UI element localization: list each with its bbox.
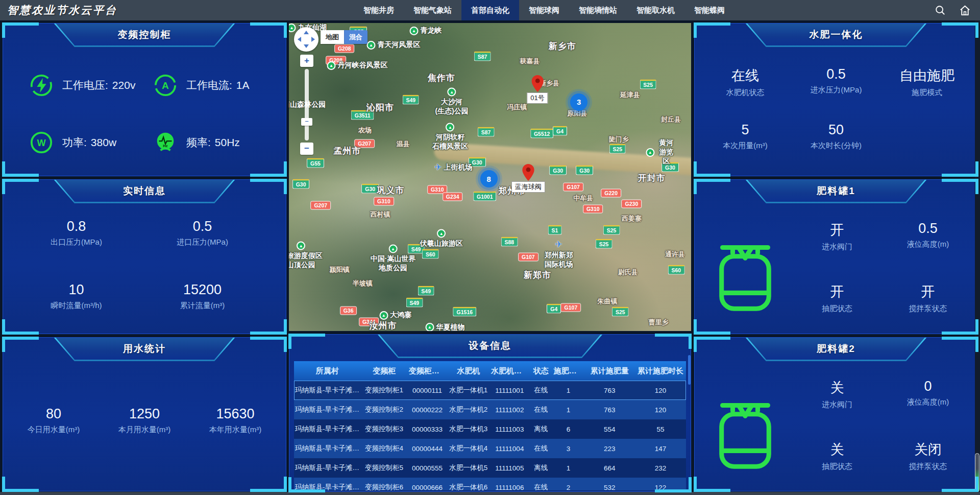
table-cell: 00000111 — [408, 387, 447, 394]
metric-value: 380w — [91, 136, 116, 148]
tank1-stats: 开 进水阀门 0.5 液位高度(m) 开 抽肥状态 开 搅拌泵状态 — [792, 217, 973, 315]
town-label: 西村镇 — [370, 210, 390, 219]
table-row[interactable]: 玛纳斯县-旱卡子滩乡-东岸...变频控制柜300000333水肥一体机31111… — [294, 419, 686, 439]
table-header-row: 所属村变频柜变频柜地址水肥机水肥机地址状态施肥轮次累计施肥量累计施肥时长 — [294, 361, 686, 381]
city-label: 汝州市 — [369, 320, 397, 331]
panel-title: 变频控制柜 — [3, 23, 286, 46]
table-row[interactable]: 玛纳斯县-旱卡子滩乡-东岸...变频控制柜100000111水肥一体机11111… — [294, 381, 686, 400]
town-label: 尉氏县 — [618, 268, 638, 277]
table-cell: 在线 — [529, 386, 553, 395]
road-badge: G30 — [361, 183, 379, 193]
mixed-layer-button[interactable]: 混合 — [344, 30, 368, 44]
nav-item[interactable]: 智能井房 — [354, 0, 404, 20]
scenic-poi: ▲河阴软籽 石榴风景区 — [432, 123, 468, 151]
metric-value: 50Hz — [215, 136, 240, 148]
device-pin-marker[interactable]: 01号 — [527, 75, 548, 104]
table-cell: 11111002 — [490, 406, 529, 414]
table-cell: 在线 — [529, 444, 553, 453]
tree-poi-icon: ▲ — [289, 23, 296, 32]
table-cell: 玛纳斯县-旱卡子滩乡-东岸... — [294, 405, 361, 414]
road-badge: G220 — [601, 188, 621, 197]
road-badge: G55 — [307, 158, 324, 168]
table-row[interactable]: 玛纳斯县-旱卡子滩乡-东岸...变频控制柜400000444水肥一体机41111… — [294, 439, 686, 458]
stat-inlet-valve: 开 进水阀门 — [792, 221, 883, 253]
nav-item[interactable]: 智能墒情站 — [569, 0, 627, 20]
zoom-in-button[interactable]: + — [300, 55, 313, 67]
table-cell: 223 — [584, 445, 635, 453]
column-header: 施肥轮次 — [553, 366, 584, 376]
city-label: 孟州市 — [333, 145, 361, 157]
scenic-poi: ▲黄河游览区 — [646, 138, 676, 166]
realtime-stats: 0.8 出口压力(MPa) 0.5 进口压力(MPa) 10 瞬时流量(m³/h… — [3, 203, 286, 311]
stat-fertilize-mode: 自由施肥 施肥模式 — [881, 66, 972, 98]
stat-total-flow: 15200 累计流量(m³) — [139, 282, 265, 311]
map-layer-button[interactable]: 地图 — [321, 30, 344, 44]
town-label: 封丘县 — [661, 115, 681, 124]
town-label: 颍阳镇 — [330, 265, 350, 274]
device-cluster-marker[interactable]: 3 — [570, 93, 587, 111]
zoom-slider-track[interactable]: − — [305, 69, 309, 140]
scenic-poi: ▲山旅游度假区 山顶公园 — [289, 242, 323, 270]
city-label: 新乡市 — [549, 40, 576, 52]
tree-poi-icon: ▲ — [448, 87, 456, 96]
town-label: 西姜寨 — [622, 214, 642, 223]
panel-title: 设备信息 — [289, 335, 691, 357]
nav-item[interactable]: 智能取水机 — [627, 0, 684, 20]
road-badge: S25 — [603, 225, 620, 235]
device-pin-marker[interactable]: 蓝海球阀 — [511, 164, 545, 193]
table-cell: 变频控制柜5 — [361, 463, 408, 473]
zoom-out-button[interactable]: − — [300, 143, 313, 155]
table-cell: 1 — [553, 464, 584, 472]
metric-label: 功率: — [62, 136, 87, 148]
zoom-slider-thumb[interactable]: − — [301, 118, 312, 126]
table-cell: 532 — [584, 484, 635, 491]
tank2-stats: 关 进水阀门 0 液位高度(m) 关 抽肥状态 关闭 搅拌泵状态 — [792, 374, 973, 473]
road-badge: S49 — [418, 286, 434, 296]
metric-value: 220v — [112, 79, 136, 91]
town-label: 农场 — [358, 126, 372, 135]
column-header: 水肥机 — [447, 366, 490, 376]
water-usage-stats: 80 今日用水量(m³) 1250 本月用水量(m³) 15630 本年用水量(… — [3, 361, 286, 435]
panel-title: 实时信息 — [3, 180, 286, 202]
nav-item[interactable]: 首部自动化 — [461, 0, 519, 20]
svg-text:W: W — [37, 138, 46, 148]
table-row[interactable]: 玛纳斯县-旱卡子滩乡-东岸...变频控制柜200000222水肥一体机21111… — [294, 400, 686, 419]
nav-item[interactable]: 智能球阀 — [519, 0, 569, 20]
tree-poi-icon: ▲ — [437, 229, 446, 238]
stat-machine-status: 在线 水肥机状态 — [700, 66, 791, 98]
stat-inlet-pressure: 0.5 进水压力(MPa) — [791, 66, 881, 98]
power-icon: W — [30, 131, 53, 154]
table-cell: 2 — [553, 484, 584, 491]
road-badge: G5512 — [530, 128, 554, 138]
nav-item[interactable]: 智能蝶阀 — [684, 0, 734, 20]
device-cluster-marker[interactable]: 8 — [480, 170, 498, 187]
table-cell: 11111006 — [490, 484, 529, 491]
svg-text:A: A — [162, 80, 169, 91]
left-column: 变频控制柜 工作电压:220vA工作电流:1AW功率:380wHz频率:50Hz… — [3, 23, 286, 491]
search-icon[interactable] — [935, 5, 946, 16]
table-cell: 1 — [553, 387, 584, 394]
table-row[interactable]: 玛纳斯县-旱卡子滩乡-东岸...变频控制柜500000555水肥一体机51111… — [294, 458, 686, 478]
red-pin-icon — [531, 75, 544, 92]
map-pan-control[interactable] — [294, 27, 318, 52]
town-label: 延津县 — [620, 90, 640, 100]
right-column: 水肥一体化 在线 水肥机状态 0.5 进水压力(MPa) 自由施肥 施肥模式 5… — [694, 23, 978, 491]
road-badge: S87 — [478, 127, 495, 136]
page-scrollbar[interactable] — [975, 20, 980, 495]
road-badge: G1516 — [453, 307, 477, 317]
table-scrollbar-thumb[interactable] — [688, 355, 691, 385]
table-row[interactable]: 玛纳斯县-旱卡子滩乡-东岸...变频控制柜600000666水肥一体机61111… — [294, 478, 686, 490]
nav-item[interactable]: 智能气象站 — [404, 0, 461, 20]
tree-poi-icon: ▲ — [646, 148, 654, 157]
tree-poi-icon: ▲ — [379, 311, 388, 320]
panel-frequency-cabinet: 变频控制柜 工作电压:220vA工作电流:1AW功率:380wHz频率:50Hz — [3, 23, 286, 176]
page-scrollbar-thumb[interactable] — [975, 453, 979, 492]
home-icon[interactable] — [959, 5, 971, 16]
town-label: 曹里乡 — [649, 318, 669, 327]
column-header: 累计施肥时长 — [635, 366, 686, 376]
map[interactable]: G208G208G55G55S87S87S49G3511G207G207G30G… — [289, 23, 691, 331]
pin-label: 蓝海球阀 — [511, 181, 545, 193]
tree-poi-icon: ▲ — [389, 245, 398, 253]
device-table: 所属村变频柜变频柜地址水肥机水肥机地址状态施肥轮次累计施肥量累计施肥时长玛纳斯县… — [294, 361, 686, 490]
column-header: 变频柜地址 — [408, 366, 447, 376]
